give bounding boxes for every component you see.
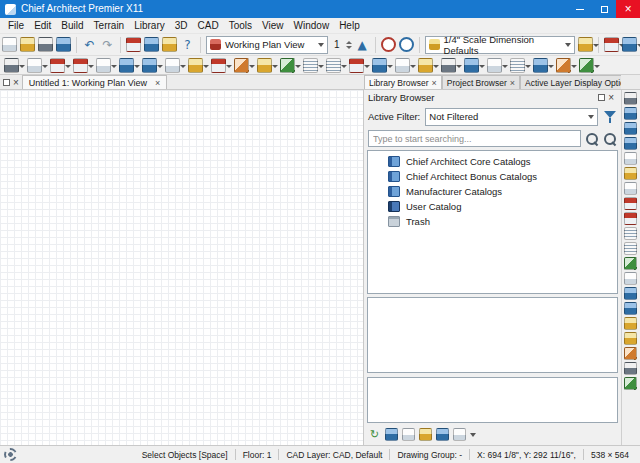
- menu-help[interactable]: Help: [334, 20, 365, 31]
- zoom-out-icon[interactable]: [624, 137, 637, 150]
- furniture-tools-icon[interactable]: [234, 58, 249, 73]
- circle-tool-icon-2[interactable]: [399, 37, 414, 52]
- ceiling-tools-icon[interactable]: [372, 58, 387, 73]
- float-panel-icon[interactable]: [598, 94, 605, 101]
- redo-icon[interactable]: ↷: [100, 37, 115, 52]
- tab-library-browser[interactable]: Library Browser: [364, 75, 442, 89]
- float-panel-icon[interactable]: [3, 79, 10, 86]
- tab-untitled-working-plan[interactable]: Untitled 1: Working Plan View: [22, 75, 168, 89]
- filter-combo[interactable]: Not Filtered: [425, 108, 598, 126]
- paste-item-icon[interactable]: [419, 428, 432, 441]
- maximize-button[interactable]: [592, 0, 616, 18]
- text-tools-icon[interactable]: [27, 58, 42, 73]
- close-panel-icon[interactable]: [13, 77, 19, 88]
- copy-item-icon[interactable]: [402, 428, 415, 441]
- select-tool-icon[interactable]: [624, 92, 637, 105]
- menu-library[interactable]: Library: [129, 20, 170, 31]
- floor-down-icon[interactable]: [624, 302, 637, 315]
- terrain-tools-icon[interactable]: [579, 58, 594, 73]
- elevation-view-icon[interactable]: [624, 227, 637, 240]
- cross-section-icon[interactable]: [624, 242, 637, 255]
- overview-icon[interactable]: [624, 212, 637, 225]
- railing-tools-icon[interactable]: [73, 58, 88, 73]
- build-house-icon[interactable]: [604, 37, 619, 52]
- build-terrain-icon[interactable]: [624, 377, 637, 390]
- minimize-button[interactable]: [568, 0, 592, 18]
- export-icon[interactable]: [56, 37, 71, 52]
- tree-item-core-catalogs[interactable]: Chief Architect Core Catalogs: [368, 154, 617, 169]
- tree-item-manufacturer-catalogs[interactable]: Manufacturer Catalogs: [368, 184, 617, 199]
- camera-view-icon[interactable]: [622, 37, 637, 52]
- menu-terrain[interactable]: Terrain: [89, 20, 130, 31]
- electrical-tools-icon[interactable]: [257, 58, 272, 73]
- menu-edit[interactable]: Edit: [29, 20, 56, 31]
- close-icon[interactable]: [155, 78, 160, 88]
- chevron-down-icon[interactable]: [470, 433, 476, 440]
- close-icon[interactable]: [510, 78, 515, 88]
- cabinet-tools-icon[interactable]: [165, 58, 180, 73]
- previous-view-icon[interactable]: [624, 182, 637, 195]
- adjust-materials-icon[interactable]: [624, 362, 637, 375]
- preview-toggle-icon[interactable]: [436, 428, 449, 441]
- open-plan-icon[interactable]: [20, 37, 35, 52]
- settings-gear-icon[interactable]: [4, 448, 17, 461]
- edit-defaults-icon[interactable]: [578, 37, 593, 52]
- material-tools-icon[interactable]: [556, 58, 571, 73]
- dimension-defaults-combo[interactable]: 1/4" Scale Dimension Defaults: [425, 36, 575, 54]
- tab-active-layer-display-options[interactable]: Active Layer Display Options: [520, 75, 621, 89]
- menu-build[interactable]: Build: [56, 20, 88, 31]
- pane-options-icon[interactable]: [453, 428, 466, 441]
- menu-window[interactable]: Window: [289, 20, 335, 31]
- undo-icon[interactable]: ↶: [82, 37, 97, 52]
- full-camera-icon[interactable]: [624, 197, 637, 210]
- menu-tools[interactable]: Tools: [224, 20, 257, 31]
- box-tools-icon[interactable]: [487, 58, 502, 73]
- menu-3d[interactable]: 3D: [170, 20, 193, 31]
- floor-up-icon[interactable]: ▲: [355, 37, 370, 52]
- close-icon[interactable]: [432, 78, 437, 88]
- appliance-tools-icon[interactable]: [280, 58, 295, 73]
- search-icon[interactable]: [585, 132, 599, 146]
- menu-cad[interactable]: CAD: [193, 20, 224, 31]
- fill-window-icon[interactable]: [624, 152, 637, 165]
- library-search-input[interactable]: [368, 130, 581, 147]
- fireplace-tools-icon[interactable]: [211, 58, 226, 73]
- tree-item-trash[interactable]: Trash: [368, 214, 617, 229]
- fencing-tools-icon[interactable]: [96, 58, 111, 73]
- display-options-icon[interactable]: [624, 332, 637, 345]
- zoom-in-icon[interactable]: [624, 122, 637, 135]
- tree-item-bonus-catalogs[interactable]: Chief Architect Bonus Catalogs: [368, 169, 617, 184]
- filter-icon[interactable]: [603, 110, 617, 124]
- print-icon[interactable]: [38, 37, 53, 52]
- material-painter-icon[interactable]: [624, 347, 637, 360]
- dimension-tools-icon[interactable]: [418, 58, 433, 73]
- wall-tools-icon[interactable]: [50, 58, 65, 73]
- new-plan-icon[interactable]: [2, 37, 17, 52]
- polyline-tools-icon[interactable]: [533, 58, 548, 73]
- update-library-icon[interactable]: ↻: [368, 428, 381, 441]
- cad-tools-icon[interactable]: [441, 58, 456, 73]
- circle-tools-icon[interactable]: [510, 58, 525, 73]
- circle-tool-icon-1[interactable]: [381, 37, 396, 52]
- window-tools-icon[interactable]: [142, 58, 157, 73]
- search-options-icon[interactable]: [603, 132, 617, 146]
- floor-up-icon[interactable]: [624, 287, 637, 300]
- select-objects-icon[interactable]: [4, 58, 19, 73]
- project-browser-toggle-icon[interactable]: [144, 37, 159, 52]
- stair-tools-icon[interactable]: [303, 58, 318, 73]
- walkthrough-icon[interactable]: [624, 257, 637, 270]
- pan-window-icon[interactable]: [624, 167, 637, 180]
- plan-view-combo[interactable]: Working Plan View: [206, 36, 328, 54]
- floor-tools-icon[interactable]: [395, 58, 410, 73]
- library-browser-toggle-icon[interactable]: [126, 37, 141, 52]
- door-tools-icon[interactable]: [119, 58, 134, 73]
- close-panel-icon[interactable]: [608, 92, 614, 103]
- tree-item-user-catalog[interactable]: User Catalog: [368, 199, 617, 214]
- layer-display-toggle-icon[interactable]: [162, 37, 177, 52]
- ramp-tools-icon[interactable]: [326, 58, 341, 73]
- fixture-tools-icon[interactable]: [188, 58, 203, 73]
- roof-tools-icon[interactable]: [349, 58, 364, 73]
- floor-spinner[interactable]: [346, 38, 352, 52]
- close-button[interactable]: [616, 0, 640, 18]
- plan-canvas[interactable]: [0, 90, 364, 445]
